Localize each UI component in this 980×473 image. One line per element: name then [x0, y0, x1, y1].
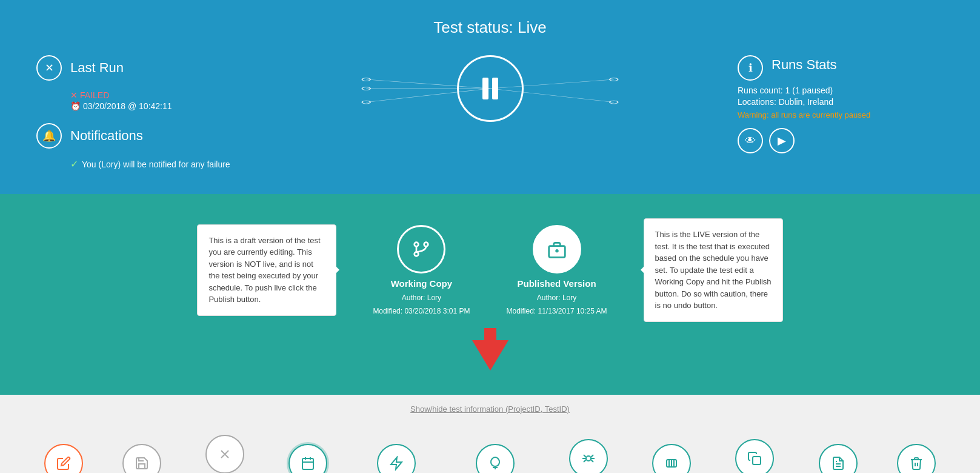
failed-status: ✕ FAILED: [70, 90, 242, 100]
bottom-toolbar: Compose Publish Clear Working Copy: [0, 423, 980, 474]
live-tooltip-text: This is the LIVE version of the test. It…: [655, 230, 772, 310]
build-from-spec-tool[interactable]: Build from SPEC: [367, 444, 426, 474]
working-copy-item: Working Copy Author: Lory Modified: 03/2…: [373, 225, 470, 315]
build-from-spec-icon: [377, 444, 416, 474]
clock-icon: ⏰: [70, 101, 81, 111]
middle-content: This is a draft version of the test you …: [36, 218, 944, 322]
schedule-tool[interactable]: Schedule: [288, 444, 327, 474]
draft-tooltip: This is a draft version of the test you …: [197, 224, 336, 316]
top-section: Test status: Live ✕ Last Run ✕ FAILED ⏰ …: [0, 0, 980, 194]
runs-location: Locations: Dublin, Ireland: [738, 97, 944, 107]
publish-tool[interactable]: Publish: [122, 444, 161, 474]
copy-to-clipboard-tool[interactable]: Copy To Clipboard: [730, 439, 779, 473]
notification-text: You (Lory) will be notified for any fail…: [82, 159, 230, 169]
pause-icon: [482, 78, 498, 99]
last-run-detail: ✕ FAILED ⏰ 03/20/2018 @ 10:42:11: [70, 90, 242, 111]
resources-tool[interactable]: Resources: [819, 444, 858, 474]
resources-icon: [819, 444, 858, 474]
automatch-icon: [652, 444, 691, 474]
published-label: Published Version: [518, 278, 596, 289]
automatch-tool[interactable]: Automatch: [652, 444, 691, 474]
top-content: ✕ Last Run ✕ FAILED ⏰ 03/20/2018 @ 10:42…: [36, 55, 944, 170]
compose-icon: [44, 444, 83, 474]
last-run-date: ⏰ 03/20/2018 @ 10:42:11: [70, 101, 242, 111]
working-copy-author: Author: Lory: [402, 294, 441, 302]
show-hide-link[interactable]: Show/hide test information (ProjectID, T…: [410, 404, 570, 414]
live-tooltip: This is the LIVE version of the test. It…: [644, 218, 783, 322]
schedule-icon: [288, 444, 327, 474]
last-run-label: Last Run: [70, 60, 124, 76]
pause-button[interactable]: [457, 55, 524, 122]
date-value: 03/20/2018 @ 10:42:11: [83, 101, 172, 111]
runs-stats-block: ℹ Runs Stats: [738, 55, 944, 81]
check-icon: ✓: [70, 158, 78, 170]
notifications-block: 🔔 Notifications: [36, 123, 242, 149]
build-from-apiary-tool[interactable]: Build from Apiary: [465, 444, 525, 474]
page-title: Test status: Live: [36, 18, 944, 37]
compose-tool[interactable]: Compose: [44, 444, 83, 474]
build-from-apiary-icon: [476, 444, 515, 474]
svg-point-10: [415, 242, 419, 246]
svg-point-12: [424, 242, 428, 246]
delete-test-icon: [897, 444, 936, 474]
bell-icon: 🔔: [36, 123, 62, 149]
svg-point-9: [610, 101, 618, 104]
arrow-down-icon: [472, 328, 508, 371]
svg-point-3: [362, 87, 370, 90]
publish-icon: [122, 444, 161, 474]
working-copy-modified: Modified: 03/20/2018 3:01 PM: [373, 307, 470, 315]
view-button[interactable]: 👁: [738, 128, 763, 153]
svg-point-1: [362, 78, 370, 81]
close-icon: ✕: [36, 55, 62, 81]
middle-section: This is a draft version of the test you …: [0, 194, 980, 395]
copy-to-clipboard-icon: [735, 439, 774, 473]
build-from-mashery-icon: [569, 439, 608, 473]
svg-marker-17: [472, 328, 508, 371]
clear-working-copy-tool[interactable]: Clear Working Copy: [201, 435, 249, 474]
runs-warning: Warning: all runs are currently paused: [738, 110, 944, 119]
build-from-mashery-tool[interactable]: Build from Mashery: [564, 439, 613, 473]
notifications-label: Notifications: [70, 128, 143, 144]
published-modified: Modified: 11/13/2017 10:25 AM: [506, 307, 607, 315]
play-button[interactable]: ▶: [769, 128, 795, 153]
notification-detail: ✓ You (Lory) will be notified for any fa…: [70, 158, 242, 170]
failed-icon: ✕: [70, 90, 78, 100]
show-hide-section: Show/hide test information (ProjectID, T…: [0, 395, 980, 423]
runs-stats-label: Runs Stats: [772, 57, 837, 73]
working-copy-label: Working Copy: [391, 278, 452, 289]
svg-rect-20: [302, 458, 313, 469]
published-version-item: Published Version Author: Lory Modified:…: [506, 225, 607, 315]
left-panel: ✕ Last Run ✕ FAILED ⏰ 03/20/2018 @ 10:42…: [36, 55, 242, 170]
svg-point-5: [362, 101, 370, 104]
working-copy-icon[interactable]: [397, 225, 445, 273]
info-icon: ℹ: [738, 55, 763, 81]
delete-test-tool[interactable]: Delete Test: [897, 444, 936, 474]
svg-point-7: [610, 78, 618, 81]
action-buttons: 👁 ▶: [738, 128, 944, 153]
runs-count: Runs count: 1 (1 paused): [738, 86, 944, 95]
svg-marker-24: [391, 457, 402, 469]
failed-text: FAILED: [80, 90, 109, 100]
svg-point-27: [586, 456, 591, 461]
last-run-block: ✕ Last Run: [36, 55, 242, 81]
published-author: Author: Lory: [537, 294, 576, 302]
published-version-icon[interactable]: [533, 225, 581, 273]
right-panel: ℹ Runs Stats Runs count: 1 (1 paused) Lo…: [738, 55, 944, 153]
center-panel: [242, 55, 738, 122]
svg-rect-34: [753, 457, 761, 465]
clear-working-copy-icon: [205, 435, 244, 474]
draft-tooltip-text: This is a draft version of the test you …: [208, 236, 320, 304]
